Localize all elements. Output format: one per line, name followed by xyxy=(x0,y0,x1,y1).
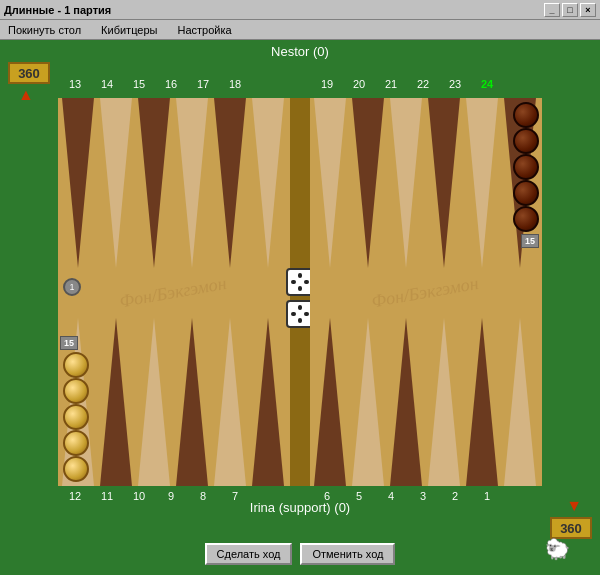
game-area: Nestor (0) 360 ▲ 13 14 15 16 17 18 19 20… xyxy=(0,40,600,575)
svg-marker-5 xyxy=(252,98,284,268)
col-numbers-top: 13 14 15 16 17 18 19 20 21 22 23 24 xyxy=(55,78,545,90)
svg-marker-2 xyxy=(138,98,170,268)
svg-marker-4 xyxy=(214,98,246,268)
titlebar: Длинные - 1 партия _ □ × xyxy=(0,0,600,20)
window-controls: _ □ × xyxy=(544,3,596,17)
svg-marker-9 xyxy=(176,318,208,486)
checker-white xyxy=(63,456,89,482)
board-left: Фон/Бэкгэмон 15 1 xyxy=(58,98,290,486)
player-top-label: Nestor (0) xyxy=(0,40,600,59)
svg-marker-19 xyxy=(314,318,346,486)
svg-marker-7 xyxy=(100,318,132,486)
bar-checker: 1 xyxy=(63,278,81,296)
score-bottom-right: 360 xyxy=(550,517,592,539)
svg-marker-10 xyxy=(214,318,246,486)
cancel-move-button[interactable]: Отменить ход xyxy=(300,543,395,565)
svg-marker-1 xyxy=(100,98,132,268)
score-top-left: 360 xyxy=(8,62,50,84)
buttons-area: Сделать ход Отменить ход xyxy=(0,543,600,565)
minimize-button[interactable]: _ xyxy=(544,3,560,17)
svg-marker-3 xyxy=(176,98,208,268)
svg-text:Фон/Бэкгэмон: Фон/Бэкгэмон xyxy=(370,273,480,311)
checker-dark xyxy=(513,154,539,180)
checker-white xyxy=(63,430,89,456)
svg-marker-8 xyxy=(138,318,170,486)
close-button[interactable]: × xyxy=(580,3,596,17)
board-middle xyxy=(290,98,310,486)
sheep-icon: 🐑 xyxy=(545,537,570,561)
board-right: Фон/Бэкгэмон 15 xyxy=(310,98,542,486)
checker-count-dark: 15 xyxy=(521,234,539,248)
menubar: Покинуть стол Кибитцеры Настройка xyxy=(0,20,600,40)
svg-marker-14 xyxy=(352,98,384,268)
checker-white xyxy=(63,352,89,378)
checker-white xyxy=(63,378,89,404)
checker-dark xyxy=(513,206,539,232)
svg-marker-23 xyxy=(466,318,498,486)
svg-marker-20 xyxy=(352,318,384,486)
menu-kibitzers[interactable]: Кибитцеры xyxy=(97,22,161,38)
svg-marker-21 xyxy=(390,318,422,486)
svg-marker-0 xyxy=(62,98,94,268)
backgammon-board: Фон/Бэкгэмон 15 1 xyxy=(58,98,542,486)
checker-dark xyxy=(513,180,539,206)
arrow-top-left-icon: ▲ xyxy=(18,86,34,104)
svg-marker-24 xyxy=(504,318,536,486)
svg-marker-11 xyxy=(252,318,284,486)
checker-count-white: 15 xyxy=(60,336,78,350)
svg-text:Фон/Бэкгэмон: Фон/Бэкгэмон xyxy=(118,273,228,311)
svg-marker-15 xyxy=(390,98,422,268)
menu-settings[interactable]: Настройка xyxy=(173,22,235,38)
player-bottom-label: Irina (support) (0) xyxy=(0,500,600,515)
checker-white xyxy=(63,404,89,430)
make-move-button[interactable]: Сделать ход xyxy=(205,543,293,565)
svg-marker-17 xyxy=(466,98,498,268)
window-title: Длинные - 1 партия xyxy=(4,4,544,16)
menu-leave-table[interactable]: Покинуть стол xyxy=(4,22,85,38)
checker-dark xyxy=(513,128,539,154)
svg-marker-22 xyxy=(428,318,460,486)
checker-dark xyxy=(513,102,539,128)
svg-marker-16 xyxy=(428,98,460,268)
maximize-button[interactable]: □ xyxy=(562,3,578,17)
svg-marker-13 xyxy=(314,98,346,268)
